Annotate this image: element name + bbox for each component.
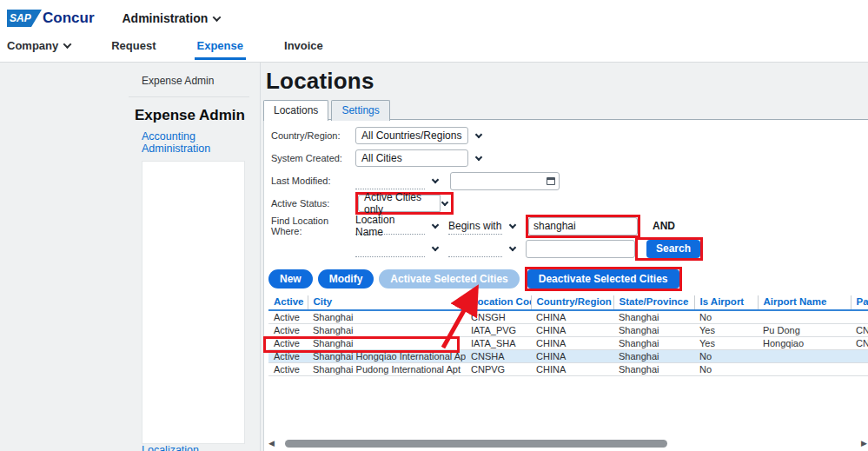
chevron-down-icon[interactable] bbox=[475, 154, 482, 161]
app-header: SAP Concur Administration Company Reques… bbox=[0, 0, 868, 63]
locations-table: Active City Location Code Country/Region… bbox=[268, 295, 868, 376]
table-row[interactable]: Active Shanghai IATA_PVG CHINA Shanghai … bbox=[268, 324, 868, 337]
country-region-select[interactable]: All Countries/Regions bbox=[355, 127, 468, 144]
scrollbar-thumb[interactable] bbox=[285, 440, 667, 448]
chevron-down-icon[interactable] bbox=[432, 176, 439, 183]
search-button-annotation-box: Search bbox=[635, 237, 703, 261]
last-modified-date-field bbox=[450, 172, 560, 190]
last-modified-select[interactable] bbox=[355, 172, 425, 189]
cell-state: Shanghai bbox=[613, 363, 694, 376]
find-operator-select-2[interactable] bbox=[448, 240, 502, 257]
and-conjunction-label: AND bbox=[653, 220, 675, 232]
cell-parent: CN bbox=[851, 324, 868, 337]
main-area: Locations Locations Settings Country/Reg… bbox=[261, 63, 868, 451]
table-header-row: Active City Location Code Country/Region… bbox=[268, 295, 868, 310]
find-value-input[interactable] bbox=[528, 217, 638, 235]
cell-airport-name: Pu Dong bbox=[758, 324, 851, 337]
col-country-region[interactable]: Country/Region bbox=[531, 295, 613, 310]
cell-state: Shanghai bbox=[613, 350, 694, 363]
cell-is-airport: No bbox=[694, 310, 758, 324]
cell-location-code: IATA_PVG bbox=[466, 324, 531, 337]
col-state-province[interactable]: State/Province bbox=[613, 295, 694, 310]
sidebar-item-localization[interactable]: Localization bbox=[142, 444, 260, 451]
sidebar-heading: Expense Admin bbox=[135, 107, 260, 124]
cell-airport-name bbox=[758, 350, 851, 363]
system-created-select[interactable]: All Cities bbox=[355, 149, 468, 167]
cell-active: Active bbox=[268, 337, 308, 350]
chevron-down-icon[interactable] bbox=[441, 199, 448, 206]
last-modified-date-input[interactable] bbox=[450, 172, 560, 190]
cell-state: Shanghai bbox=[613, 310, 694, 324]
nav-invoice[interactable]: Invoice bbox=[284, 39, 323, 52]
cell-country: CHINA bbox=[531, 337, 613, 350]
sidebar-divider bbox=[129, 96, 249, 97]
tab-settings[interactable]: Settings bbox=[331, 100, 389, 121]
cell-country: CHINA bbox=[531, 324, 613, 337]
col-parent[interactable]: Pa bbox=[851, 295, 868, 310]
active-status-select[interactable]: Active Cities only bbox=[358, 195, 441, 212]
deactivate-selected-cities-button[interactable]: Deactivate Selected Cities bbox=[527, 269, 679, 289]
find-operator-select[interactable]: Begins with bbox=[448, 217, 502, 235]
active-status-label: Active Status: bbox=[271, 198, 355, 209]
cell-parent bbox=[851, 310, 868, 324]
table-row[interactable]: Active Shanghai Pudong International Apt… bbox=[268, 363, 868, 376]
chevron-down-icon[interactable] bbox=[509, 244, 516, 251]
activate-selected-cities-button[interactable]: Activate Selected Cities bbox=[379, 269, 519, 289]
cell-active: Active bbox=[268, 350, 308, 363]
calendar-icon[interactable] bbox=[547, 177, 555, 185]
table-row[interactable]: Active Shanghai IATA_SHA CHINA Shanghai … bbox=[268, 337, 868, 350]
sidebar-item-accounting-administration[interactable]: Accounting Administration bbox=[142, 130, 260, 155]
cell-is-airport: No bbox=[694, 363, 758, 376]
cell-parent bbox=[851, 350, 868, 363]
col-location-code[interactable]: Location Code bbox=[466, 295, 531, 310]
scrollbar-track[interactable] bbox=[278, 439, 858, 448]
sidebar: Expense Admin Expense Admin Accounting A… bbox=[0, 63, 261, 451]
find-field-select[interactable]: Location Name bbox=[355, 217, 425, 235]
sap-logo-icon: SAP bbox=[7, 10, 42, 27]
locations-tab-panel: Country/Region: All Countries/Regions Sy… bbox=[263, 119, 868, 451]
nav-expense[interactable]: Expense bbox=[197, 39, 243, 52]
chevron-down-icon[interactable] bbox=[432, 244, 439, 251]
table-row[interactable]: Active Shanghai CNSGH CHINA Shanghai No bbox=[268, 310, 868, 324]
administration-menu[interactable]: Administration bbox=[123, 11, 221, 25]
sap-logo-text: SAP bbox=[10, 12, 31, 24]
cell-state: Shanghai bbox=[613, 324, 694, 337]
modify-button[interactable]: Modify bbox=[318, 269, 374, 289]
nav-company[interactable]: Company bbox=[7, 39, 70, 52]
cell-city: Shanghai Pudong International Apt bbox=[308, 363, 466, 376]
concur-logo-text: Concur bbox=[43, 10, 95, 27]
chevron-down-icon bbox=[213, 13, 222, 22]
cell-country: CHINA bbox=[531, 350, 613, 363]
scroll-left-arrow-icon[interactable]: ◀ bbox=[268, 440, 275, 448]
nav-request-label: Request bbox=[111, 39, 156, 52]
cell-active: Active bbox=[268, 310, 308, 324]
col-active[interactable]: Active bbox=[268, 295, 308, 310]
country-region-label: Country/Region: bbox=[271, 130, 355, 141]
find-value-input-2[interactable] bbox=[526, 240, 635, 258]
cell-airport-name: Hongqiao bbox=[758, 337, 851, 350]
cell-location-code: CNSHA bbox=[466, 350, 531, 363]
chevron-down-icon[interactable] bbox=[475, 131, 482, 138]
chevron-down-icon[interactable] bbox=[509, 222, 516, 229]
col-is-airport[interactable]: Is Airport bbox=[694, 295, 758, 310]
sidebar-list-panel bbox=[142, 161, 245, 444]
col-airport-name[interactable]: Airport Name bbox=[758, 295, 851, 310]
system-created-label: System Created: bbox=[271, 153, 355, 163]
administration-menu-label: Administration bbox=[123, 11, 209, 25]
new-button[interactable]: New bbox=[268, 269, 313, 289]
chevron-down-icon[interactable] bbox=[432, 222, 439, 229]
cell-parent: CN bbox=[851, 337, 868, 350]
tab-locations[interactable]: Locations bbox=[263, 100, 328, 121]
nav-request[interactable]: Request bbox=[111, 39, 156, 52]
active-status-annotation-box: Active Cities only bbox=[355, 192, 454, 215]
cell-airport-name bbox=[758, 310, 851, 324]
find-field-select-2[interactable] bbox=[355, 240, 425, 257]
scroll-right-arrow-icon[interactable]: ▶ bbox=[861, 440, 867, 448]
cell-city: Shanghai bbox=[308, 324, 466, 337]
table-row-selected[interactable]: Active Shanghai Hongqiao International A… bbox=[268, 350, 868, 363]
nav-company-label: Company bbox=[7, 39, 58, 52]
search-button[interactable]: Search bbox=[646, 240, 700, 258]
cell-city: Shanghai bbox=[308, 310, 466, 324]
horizontal-scrollbar[interactable]: ◀ ▶ bbox=[268, 438, 867, 449]
col-city[interactable]: City bbox=[308, 295, 466, 310]
